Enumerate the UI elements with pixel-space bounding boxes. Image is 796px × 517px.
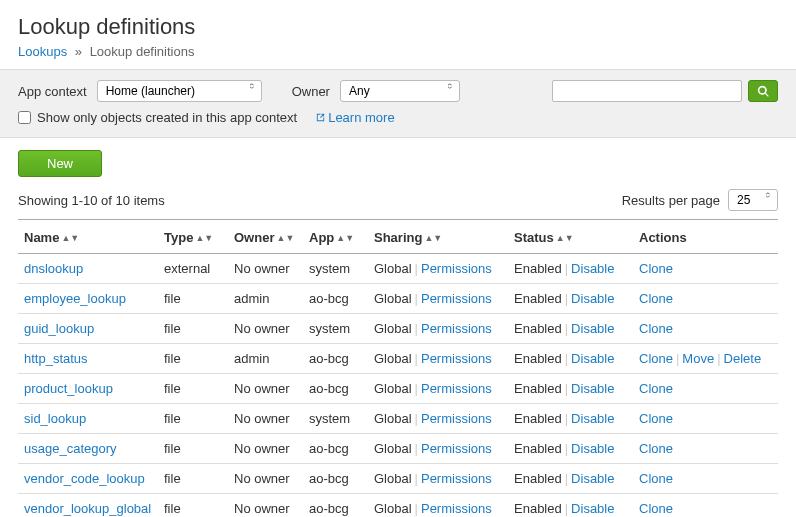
pipe: | — [717, 351, 720, 366]
cell-app: ao-bcg — [303, 284, 368, 314]
col-sharing[interactable]: Sharing▲▼ — [368, 220, 508, 254]
search-icon — [757, 85, 770, 98]
cell-app: ao-bcg — [303, 494, 368, 518]
pipe: | — [565, 411, 568, 426]
lookup-name-link[interactable]: sid_lookup — [24, 411, 86, 426]
action-clone[interactable]: Clone — [639, 321, 673, 336]
permissions-link[interactable]: Permissions — [421, 351, 492, 366]
pipe: | — [565, 351, 568, 366]
action-move[interactable]: Move — [682, 351, 714, 366]
cell-type: file — [158, 314, 228, 344]
action-clone[interactable]: Clone — [639, 441, 673, 456]
sort-icon: ▲▼ — [195, 236, 213, 241]
cell-type: file — [158, 494, 228, 518]
lookup-name-link[interactable]: vendor_lookup_global — [24, 501, 151, 516]
col-owner[interactable]: Owner▲▼ — [228, 220, 303, 254]
cell-owner: No owner — [228, 464, 303, 494]
new-button[interactable]: New — [18, 150, 102, 177]
lookup-name-link[interactable]: usage_category — [24, 441, 117, 456]
disable-link[interactable]: Disable — [571, 291, 614, 306]
permissions-link[interactable]: Permissions — [421, 411, 492, 426]
action-clone[interactable]: Clone — [639, 261, 673, 276]
lookup-name-link[interactable]: product_lookup — [24, 381, 113, 396]
action-clone[interactable]: Clone — [639, 471, 673, 486]
disable-link[interactable]: Disable — [571, 351, 614, 366]
col-actions: Actions — [633, 220, 778, 254]
lookup-name-link[interactable]: http_status — [24, 351, 88, 366]
search-input[interactable] — [552, 80, 742, 102]
owner-select[interactable]: Any — [340, 80, 460, 102]
pipe: | — [415, 411, 418, 426]
lookup-table: Name▲▼ Type▲▼ Owner▲▼ App▲▼ Sharing▲▼ St… — [18, 219, 778, 517]
show-only-label: Show only objects created in this app co… — [37, 110, 297, 125]
show-only-checkbox[interactable] — [18, 111, 31, 124]
permissions-link[interactable]: Permissions — [421, 441, 492, 456]
breadcrumb-current: Lookup definitions — [90, 44, 195, 59]
rpp-select[interactable]: 25 — [728, 189, 778, 211]
cell-sharing: Global — [374, 321, 412, 336]
action-clone[interactable]: Clone — [639, 351, 673, 366]
permissions-link[interactable]: Permissions — [421, 381, 492, 396]
table-row: sid_lookupfileNo ownersystemGlobal|Permi… — [18, 404, 778, 434]
permissions-link[interactable]: Permissions — [421, 261, 492, 276]
pipe: | — [415, 501, 418, 516]
disable-link[interactable]: Disable — [571, 381, 614, 396]
permissions-link[interactable]: Permissions — [421, 501, 492, 516]
cell-type: file — [158, 344, 228, 374]
lookup-name-link[interactable]: vendor_code_lookup — [24, 471, 145, 486]
disable-link[interactable]: Disable — [571, 411, 614, 426]
cell-owner: admin — [228, 344, 303, 374]
pipe: | — [676, 351, 679, 366]
disable-link[interactable]: Disable — [571, 261, 614, 276]
permissions-link[interactable]: Permissions — [421, 291, 492, 306]
pipe: | — [565, 471, 568, 486]
breadcrumb-sep: » — [75, 44, 82, 59]
lookup-name-link[interactable]: employee_lookup — [24, 291, 126, 306]
lookup-name-link[interactable]: dnslookup — [24, 261, 83, 276]
col-name[interactable]: Name▲▼ — [18, 220, 158, 254]
action-delete[interactable]: Delete — [724, 351, 762, 366]
cell-sharing: Global — [374, 501, 412, 516]
learn-more-link[interactable]: Learn more — [315, 110, 394, 125]
disable-link[interactable]: Disable — [571, 441, 614, 456]
action-clone[interactable]: Clone — [639, 291, 673, 306]
pipe: | — [415, 381, 418, 396]
disable-link[interactable]: Disable — [571, 501, 614, 516]
action-clone[interactable]: Clone — [639, 381, 673, 396]
col-status[interactable]: Status▲▼ — [508, 220, 633, 254]
permissions-link[interactable]: Permissions — [421, 321, 492, 336]
cell-app: ao-bcg — [303, 434, 368, 464]
cell-app: system — [303, 314, 368, 344]
breadcrumb: Lookups » Lookup definitions — [18, 44, 778, 59]
col-type[interactable]: Type▲▼ — [158, 220, 228, 254]
cell-app: system — [303, 254, 368, 284]
table-row: usage_categoryfileNo ownerao-bcgGlobal|P… — [18, 434, 778, 464]
pipe: | — [415, 351, 418, 366]
lookup-name-link[interactable]: guid_lookup — [24, 321, 94, 336]
owner-label: Owner — [292, 84, 330, 99]
disable-link[interactable]: Disable — [571, 471, 614, 486]
cell-owner: admin — [228, 284, 303, 314]
action-clone[interactable]: Clone — [639, 411, 673, 426]
permissions-link[interactable]: Permissions — [421, 471, 492, 486]
disable-link[interactable]: Disable — [571, 321, 614, 336]
sort-icon: ▲▼ — [556, 236, 574, 241]
app-context-select[interactable]: Home (launcher) — [97, 80, 262, 102]
pipe: | — [565, 501, 568, 516]
showing-text: Showing 1-10 of 10 items — [18, 193, 165, 208]
cell-sharing: Global — [374, 291, 412, 306]
cell-type: external — [158, 254, 228, 284]
search-button[interactable] — [748, 80, 778, 102]
table-row: http_statusfileadminao-bcgGlobal|Permiss… — [18, 344, 778, 374]
action-clone[interactable]: Clone — [639, 501, 673, 516]
cell-sharing: Global — [374, 381, 412, 396]
cell-type: file — [158, 374, 228, 404]
cell-app: ao-bcg — [303, 464, 368, 494]
table-row: dnslookupexternalNo ownersystemGlobal|Pe… — [18, 254, 778, 284]
sort-icon: ▲▼ — [276, 236, 294, 241]
col-app[interactable]: App▲▼ — [303, 220, 368, 254]
cell-owner: No owner — [228, 494, 303, 518]
table-row: guid_lookupfileNo ownersystemGlobal|Perm… — [18, 314, 778, 344]
breadcrumb-link-lookups[interactable]: Lookups — [18, 44, 67, 59]
pipe: | — [415, 321, 418, 336]
